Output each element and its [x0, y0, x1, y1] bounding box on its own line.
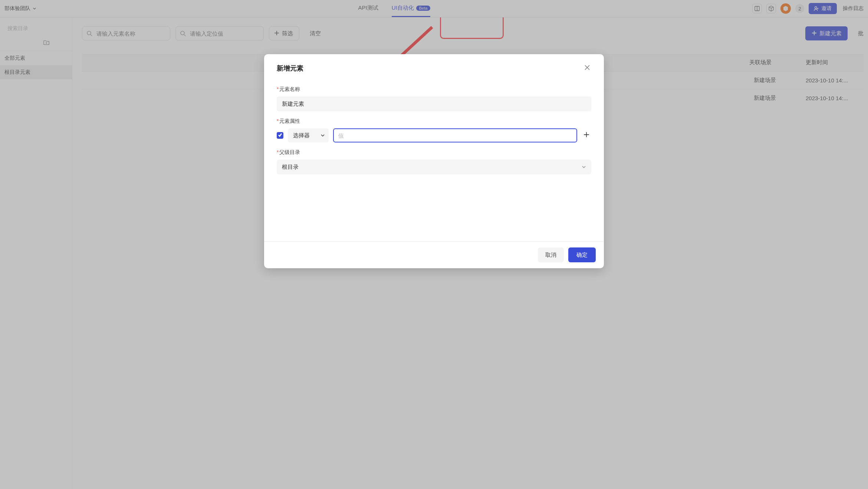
- selector-value-input[interactable]: [333, 128, 577, 142]
- modal-close-button[interactable]: [583, 64, 591, 72]
- chevron-down-icon: [582, 164, 586, 170]
- selector-type-dropdown[interactable]: 选择器: [288, 128, 329, 142]
- ok-button[interactable]: 确定: [568, 247, 596, 262]
- plus-icon: [583, 131, 590, 140]
- modal-footer: 取消 确定: [264, 241, 604, 268]
- required-star: *: [277, 118, 279, 124]
- selector-type-label: 选择器: [293, 132, 310, 139]
- name-label: *元素名称: [277, 86, 591, 93]
- cancel-label: 取消: [545, 252, 556, 258]
- close-icon: [585, 65, 590, 72]
- parent-label: *父级目录: [277, 149, 591, 156]
- parent-dir-value: 根目录: [282, 164, 299, 171]
- modal-overlay[interactable]: 新增元素 *元素名称 *元素属性: [0, 0, 868, 489]
- attr-row: 选择器: [277, 128, 591, 142]
- add-attr-button[interactable]: [582, 131, 591, 140]
- modal-header: 新增元素: [264, 54, 604, 76]
- attr-label: *元素属性: [277, 118, 591, 125]
- chevron-down-icon: [320, 132, 325, 139]
- required-star: *: [277, 149, 279, 155]
- modal-body: *元素名称 *元素属性 选择器: [264, 76, 604, 182]
- create-element-modal: 新增元素 *元素名称 *元素属性: [264, 54, 604, 268]
- required-star: *: [277, 86, 279, 92]
- cancel-button[interactable]: 取消: [538, 247, 564, 262]
- modal-title: 新增元素: [277, 64, 303, 73]
- ok-label: 确定: [576, 252, 588, 258]
- check-icon: [278, 132, 282, 139]
- attr-checkbox[interactable]: [277, 132, 283, 139]
- parent-dir-dropdown[interactable]: 根目录: [277, 160, 591, 174]
- element-name-input[interactable]: [277, 96, 591, 111]
